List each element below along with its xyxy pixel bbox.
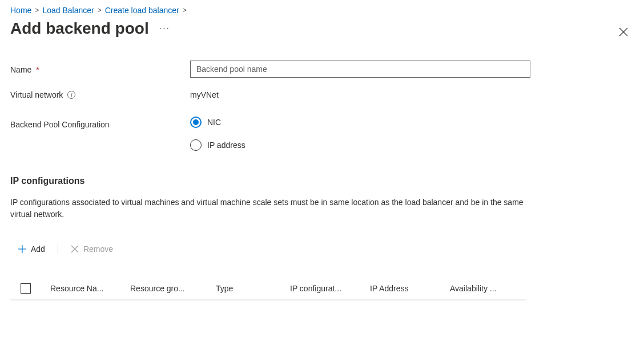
vnet-value: myVNet: [190, 86, 526, 99]
chevron-right-icon: >: [183, 6, 187, 14]
radio-icon: [190, 117, 202, 128]
vnet-label: Virtual network i: [10, 86, 190, 99]
name-label: Name*: [10, 61, 190, 74]
col-resource-name[interactable]: Resource Na...: [50, 284, 130, 293]
ip-config-toolbar: Add Remove: [10, 241, 526, 257]
name-input[interactable]: [190, 61, 530, 78]
radio-option-nic[interactable]: NIC: [190, 117, 526, 128]
chevron-right-icon: >: [35, 6, 39, 14]
col-resource-group[interactable]: Resource gro...: [130, 284, 216, 293]
col-type[interactable]: Type: [216, 284, 290, 293]
toolbar-separator: [58, 244, 58, 254]
col-availability[interactable]: Availability ...: [450, 284, 524, 293]
remove-button[interactable]: Remove: [63, 241, 121, 257]
ip-config-table: Resource Na... Resource gro... Type IP c…: [10, 278, 526, 300]
required-indicator: *: [36, 65, 39, 74]
breadcrumb-load-balancer[interactable]: Load Balancer: [42, 6, 94, 15]
backend-config-label: Backend Pool Configuration: [10, 115, 190, 129]
ip-config-description: IP configurations associated to virtual …: [10, 196, 524, 220]
radio-icon: [190, 139, 202, 151]
radio-label: IP address: [207, 141, 245, 150]
select-all-checkbox[interactable]: [21, 283, 31, 294]
info-icon[interactable]: i: [67, 91, 75, 99]
radio-option-ip[interactable]: IP address: [190, 139, 526, 151]
backend-config-radio-group: NIC IP address: [190, 115, 526, 151]
add-button[interactable]: Add: [10, 241, 53, 257]
close-icon: [619, 27, 628, 37]
more-actions-button[interactable]: ···: [156, 21, 174, 36]
col-ip-address[interactable]: IP Address: [370, 284, 450, 293]
radio-label: NIC: [207, 118, 221, 127]
table-header-row: Resource Na... Resource gro... Type IP c…: [10, 278, 526, 300]
breadcrumb-create-lb[interactable]: Create load balancer: [105, 6, 179, 15]
col-ip-config[interactable]: IP configurat...: [290, 284, 370, 293]
breadcrumb: Home > Load Balancer > Create load balan…: [0, 0, 644, 16]
close-button[interactable]: [617, 25, 630, 39]
breadcrumb-home[interactable]: Home: [10, 6, 31, 15]
page-title: Add backend pool: [10, 19, 149, 38]
close-icon: [71, 245, 79, 253]
ip-config-heading: IP configurations: [10, 176, 526, 186]
chevron-right-icon: >: [98, 6, 102, 14]
plus-icon: [18, 245, 26, 253]
